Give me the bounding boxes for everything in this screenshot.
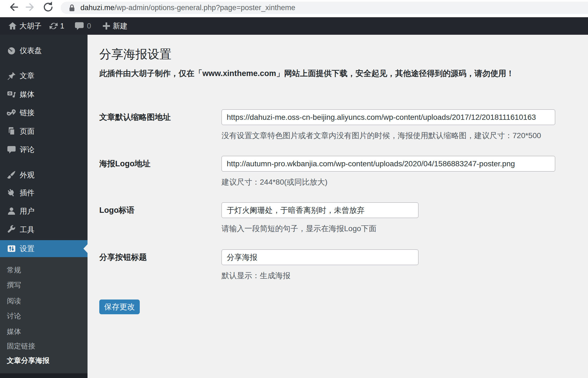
users-icon — [7, 207, 16, 216]
comments-icon — [7, 145, 16, 154]
sidebar-item-plugins[interactable]: 插件 — [0, 184, 88, 202]
field-label: Logo标语 — [99, 202, 135, 218]
sidebar-item-label: 外观 — [20, 170, 34, 180]
posts-pin-icon — [7, 71, 16, 80]
save-changes-button[interactable]: 保存更改 — [99, 300, 140, 314]
collapse-menu-strip — [0, 373, 88, 378]
settings-page: 分享海报设置 此插件由大胡子制作，仅在「www.xintheme.com」网站上… — [88, 35, 588, 378]
browser-reload-icon[interactable] — [42, 1, 55, 14]
field-row-logo-slogan: Logo标语 请输入一段简短的句子，显示在海报Logo下面 — [99, 202, 572, 234]
sidebar-item-pages[interactable]: 页面 — [0, 122, 88, 140]
field-row-default-thumbnail: 文章默认缩略图地址 没有设置文章特色图片或者文章内没有图片的时候，海报使用默认缩… — [99, 109, 572, 141]
comments-bubble-icon[interactable] — [74, 17, 84, 35]
sidebar-item-links[interactable]: 链接 — [0, 103, 88, 122]
browser-forward-icon[interactable] — [24, 1, 37, 14]
admin-bar-site-name[interactable]: 大胡子 — [19, 17, 42, 35]
address-bar[interactable]: dahuzi.me/wp-admin/options-general.php?p… — [61, 2, 588, 14]
sidebar-item-label: 评论 — [20, 145, 34, 155]
sidebar-item-media[interactable]: 媒体 — [0, 85, 88, 103]
submenu-item-media[interactable]: 媒体 — [7, 325, 21, 338]
submenu-item-permalinks[interactable]: 固定链接 — [7, 339, 35, 353]
field-label: 海报Logo地址 — [99, 156, 150, 171]
plugins-plug-icon — [7, 188, 16, 197]
field-label: 文章默认缩略图地址 — [99, 109, 171, 125]
appearance-brush-icon — [7, 170, 16, 180]
browser-toolbar: dahuzi.me/wp-admin/options-general.php?p… — [0, 0, 588, 17]
field-help-text: 没有设置文章特色图片或者文章内没有图片的时候，海报使用默认缩略图，建议尺寸：72… — [222, 130, 572, 141]
sidebar-item-label: 页面 — [20, 126, 34, 136]
sidebar-item-comments[interactable]: 评论 — [0, 140, 88, 159]
home-icon[interactable] — [8, 17, 18, 35]
media-icon — [7, 90, 16, 99]
pages-icon — [7, 127, 16, 136]
submenu-item-post-share-poster[interactable]: 文章分享海报 — [7, 354, 50, 367]
updates-icon[interactable] — [49, 17, 59, 35]
sidebar-item-label: 插件 — [20, 188, 34, 198]
sidebar-item-label: 仪表盘 — [20, 46, 42, 56]
sidebar-item-users[interactable]: 用户 — [0, 202, 88, 220]
sidebar-item-label: 工具 — [20, 225, 34, 235]
submenu-item-reading[interactable]: 阅读 — [7, 294, 21, 307]
field-help-text: 请输入一段简短的句子，显示在海报Logo下面 — [222, 223, 572, 234]
update-count[interactable]: 1 — [60, 17, 64, 35]
wp-admin-bar: 大胡子 1 0 新建 — [0, 17, 588, 35]
sidebar-item-label: 用户 — [20, 206, 34, 216]
sidebar-item-posts[interactable]: 文章 — [0, 66, 88, 85]
field-help-text: 默认显示：生成海报 — [222, 271, 572, 281]
poster-logo-url-input[interactable] — [222, 156, 555, 171]
logo-slogan-input[interactable] — [222, 202, 418, 218]
submenu-item-writing[interactable]: 撰写 — [7, 278, 21, 292]
lock-icon — [67, 3, 77, 13]
dashboard-icon — [7, 46, 16, 55]
submenu-item-discussion[interactable]: 讨论 — [7, 309, 21, 322]
admin-bar-new-label[interactable]: 新建 — [113, 17, 127, 35]
url-path: /wp-admin/options-general.php?page=poste… — [115, 4, 295, 12]
page-title: 分享海报设置 — [99, 46, 171, 62]
field-row-poster-logo: 海报Logo地址 建议尺寸：244*80(或同比放大) — [99, 156, 572, 187]
url-text: dahuzi.me/wp-admin/options-general.php?p… — [80, 4, 295, 12]
sidebar-item-label: 设置 — [20, 244, 34, 254]
share-button-title-input[interactable] — [222, 249, 418, 265]
settings-sliders-icon — [7, 244, 16, 253]
field-label: 分享按钮标题 — [99, 249, 147, 265]
browser-back-icon[interactable] — [7, 1, 20, 14]
new-plus-icon[interactable] — [102, 17, 111, 35]
sidebar-item-appearance[interactable]: 外观 — [0, 166, 88, 184]
field-help-text: 建议尺寸：244*80(或同比放大) — [222, 177, 572, 187]
sidebar-item-label: 链接 — [20, 108, 34, 118]
sidebar-item-tools[interactable]: 工具 — [0, 220, 88, 239]
tools-wrench-icon — [7, 225, 16, 234]
sidebar-item-dashboard[interactable]: 仪表盘 — [0, 41, 88, 60]
sidebar-item-label: 文章 — [20, 71, 34, 81]
default-thumbnail-url-input[interactable] — [222, 109, 555, 125]
admin-sidebar: 仪表盘 文章 媒体 链接 页面 评论 外观 — [0, 35, 88, 378]
plugin-notice: 此插件由大胡子制作，仅在「www.xintheme.com」网站上面提供下载，安… — [99, 68, 514, 79]
url-domain: dahuzi.me — [80, 4, 115, 12]
sidebar-item-label: 媒体 — [20, 89, 34, 99]
field-row-share-button-title: 分享按钮标题 默认显示：生成海报 — [99, 249, 572, 281]
submenu-item-general[interactable]: 常规 — [7, 263, 21, 277]
links-chain-icon — [7, 108, 16, 117]
comment-count[interactable]: 0 — [87, 17, 91, 35]
sidebar-item-settings[interactable]: 设置 — [0, 240, 88, 257]
